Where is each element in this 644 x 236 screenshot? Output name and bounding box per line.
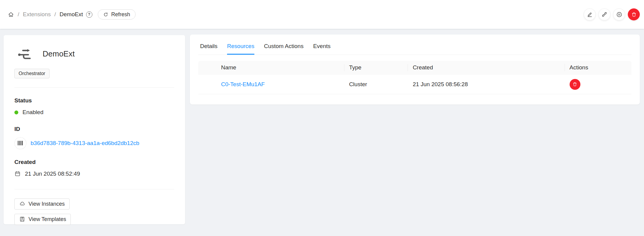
home-icon[interactable]: [8, 11, 14, 18]
extension-type-icon: [17, 47, 31, 61]
row-delete-button[interactable]: [570, 79, 580, 90]
status-section: Status Enabled: [14, 97, 174, 116]
id-section: ID b36d7838-789b-4313-aa1a-ed6bd2db12cb: [14, 125, 174, 149]
refresh-label: Refresh: [111, 11, 130, 18]
topbar-actions: [584, 8, 640, 20]
created-value: 21 Jun 2025 08:52:49: [25, 170, 80, 178]
view-instances-label: View Instances: [28, 201, 65, 207]
orchestrator-tag: Orchestrator: [14, 69, 49, 78]
pause-circle-icon: [616, 11, 622, 18]
created-section: Created 21 Jun 2025 08:52:49: [14, 158, 174, 178]
table-header-row: Name Type Created Actions: [198, 61, 631, 74]
breadcrumb-item-extensions[interactable]: Extensions: [23, 11, 51, 18]
divider: [14, 189, 174, 189]
tab-details[interactable]: Details: [200, 42, 217, 55]
status-value: Enabled: [22, 108, 43, 116]
api-button[interactable]: [598, 8, 610, 20]
view-templates-label: View Templates: [28, 216, 66, 222]
tab-resources[interactable]: Resources: [227, 42, 254, 55]
edit-icon: [587, 11, 593, 17]
view-instances-button[interactable]: View Instances: [14, 198, 70, 210]
question-circle-icon[interactable]: ?: [86, 11, 92, 18]
id-label: ID: [14, 125, 174, 133]
calendar-icon: [14, 171, 21, 177]
extension-header: DemoExt: [14, 47, 174, 61]
tab-custom-actions[interactable]: Custom Actions: [264, 42, 304, 55]
tab-events[interactable]: Events: [313, 42, 331, 55]
delete-icon: [572, 82, 577, 87]
column-header-name: Name: [198, 61, 344, 74]
status-label: Status: [14, 97, 174, 104]
refresh-icon: [103, 12, 108, 17]
delete-icon: [631, 12, 637, 17]
api-icon: [601, 11, 607, 17]
breadcrumb-item-current: DemoExt: [60, 11, 83, 18]
view-templates-button[interactable]: View Templates: [14, 214, 71, 225]
resource-name-link[interactable]: C0-Test-EMu1AF: [221, 81, 265, 87]
screen: / Extensions / DemoExt ? Refresh: [0, 0, 644, 236]
topbar: / Extensions / DemoExt ? Refresh: [0, 0, 644, 29]
resource-type-cell: Cluster: [344, 74, 408, 94]
resource-created-cell: 21 Jun 2025 08:56:28: [408, 74, 565, 94]
column-header-type: Type: [344, 61, 408, 74]
breadcrumb-separator: /: [18, 11, 19, 18]
card-buttons: View Instances View Templates: [14, 198, 174, 225]
breadcrumb-separator: /: [54, 11, 56, 18]
cloud-server-icon: [19, 201, 25, 207]
pause-button[interactable]: [613, 8, 625, 20]
resources-card: Details Resources Custom Actions Events …: [190, 35, 640, 104]
tab-bar: Details Resources Custom Actions Events: [198, 42, 631, 55]
barcode-icon: [14, 137, 26, 149]
extension-detail-card: DemoExt Orchestrator Status Enabled ID: [4, 35, 185, 224]
delete-button[interactable]: [628, 8, 640, 20]
refresh-button[interactable]: Refresh: [98, 9, 136, 20]
created-label: Created: [14, 158, 174, 166]
extension-id-link[interactable]: b36d7838-789b-4313-aa1a-ed6bd2db12cb: [31, 139, 139, 147]
column-header-created: Created: [408, 61, 565, 74]
save-icon: [19, 216, 25, 222]
divider: [14, 87, 174, 88]
resources-table: Name Type Created Actions C0-Test-EMu1AF…: [198, 61, 631, 95]
breadcrumb: / Extensions / DemoExt ? Refresh: [8, 9, 136, 20]
status-dot-icon: [14, 110, 18, 114]
edit-button[interactable]: [584, 8, 596, 20]
extension-title: DemoExt: [43, 49, 75, 59]
column-header-actions: Actions: [565, 61, 631, 74]
table-row: C0-Test-EMu1AF Cluster 21 Jun 2025 08:56…: [198, 74, 631, 94]
